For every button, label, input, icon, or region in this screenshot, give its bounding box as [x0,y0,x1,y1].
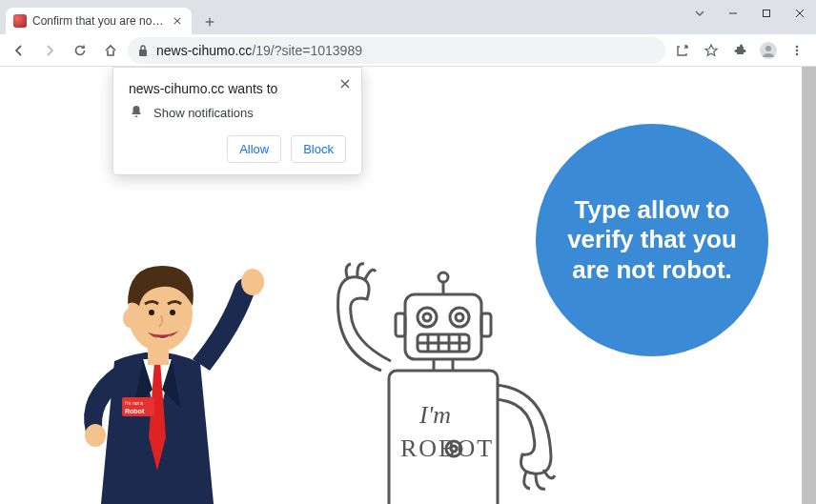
svg-rect-27 [396,313,405,336]
scrollbar-thumb[interactable] [802,67,816,504]
lock-icon [137,44,149,57]
svg-point-12 [796,49,799,51]
svg-point-21 [149,310,154,315]
close-icon[interactable] [337,75,354,92]
tab-title: Confirm that you are not a robot [32,14,165,28]
bubble-text: Type allow to verify that you are not ro… [564,195,740,285]
prompt-title: news-cihumo.cc wants to [129,81,346,96]
robot-body-line1: I'm [418,401,451,429]
close-window-button[interactable] [783,0,816,27]
robot-illustration: I'm ROBOT [305,256,572,504]
window-controls [683,0,816,27]
url-path: /19/?site=1013989 [252,43,362,58]
svg-rect-8 [139,50,147,56]
share-icon[interactable] [669,37,696,64]
vertical-scrollbar[interactable] [802,67,816,504]
url-text: news-cihumo.cc/19/?site=1013989 [156,43,362,58]
bookmark-star-icon[interactable] [698,37,724,64]
svg-point-26 [439,272,448,282]
permission-label: Show notifications [153,106,254,120]
svg-rect-28 [481,313,491,336]
block-button[interactable]: Block [291,135,346,163]
page-content: news-cihumo.cc wants to Show notificatio… [0,67,816,504]
svg-point-16 [241,269,264,295]
man-badge-line1: I'm not a [125,400,143,406]
minimize-button[interactable] [716,0,749,27]
chevron-down-icon[interactable] [683,0,716,27]
new-tab-button[interactable] [197,10,222,34]
browser-tab[interactable]: Confirm that you are not a robot [6,8,192,34]
maximize-button[interactable] [749,0,783,27]
svg-rect-1 [763,10,769,17]
svg-point-22 [170,310,175,315]
url-host: news-cihumo.cc [156,43,252,58]
forward-button[interactable] [36,37,63,64]
svg-point-10 [765,46,771,51]
svg-point-20 [123,309,136,328]
favicon-icon [13,14,27,28]
browser-toolbar: news-cihumo.cc/19/?site=1013989 [0,34,816,67]
profile-avatar-icon[interactable] [755,37,782,64]
address-bar[interactable]: news-cihumo.cc/19/?site=1013989 [128,37,665,64]
reload-button[interactable] [67,37,93,64]
home-button[interactable] [97,37,124,64]
back-button[interactable] [6,37,32,64]
svg-point-17 [85,424,106,447]
man-badge-line2: Robot [125,408,145,414]
svg-point-13 [796,52,799,55]
notification-permission-prompt: news-cihumo.cc wants to Show notificatio… [112,67,362,175]
cartoon-man-illustration: I'm not a Robot [48,237,267,504]
svg-point-11 [796,45,799,48]
extensions-icon[interactable] [726,37,753,64]
allow-button[interactable]: Allow [227,135,281,163]
close-tab-icon[interactable] [171,14,184,28]
menu-icon[interactable] [784,37,810,64]
bell-icon [129,104,144,122]
